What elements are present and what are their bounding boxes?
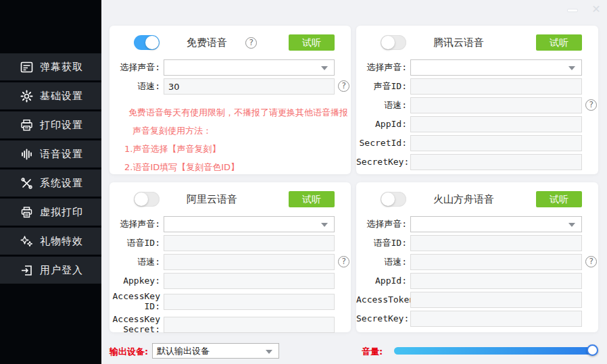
danmaku-list-icon: [20, 60, 33, 74]
volume-slider[interactable]: [394, 347, 593, 355]
field-row-secretkey: SecretKey:: [356, 154, 582, 170]
speed-input[interactable]: [164, 254, 335, 270]
sidebar-item-label: 基础设置: [40, 90, 83, 103]
field-row-voice-select: 选择声音:: [356, 216, 582, 232]
toggle-knob: [145, 36, 159, 49]
panel-title: 火山方舟语音: [433, 193, 494, 206]
sidebar-item-system-settings[interactable]: 系统设置: [0, 170, 101, 197]
sidebar-item-virtual-print[interactable]: 虚拟打印: [0, 199, 101, 226]
preview-button[interactable]: 试听: [536, 191, 582, 207]
field-label: AppId:: [356, 120, 410, 130]
sidebar-item-label: 虚拟打印: [40, 206, 83, 219]
dropdown-arrow-icon: [321, 66, 328, 70]
sidebar-item-label: 弹幕获取: [40, 61, 83, 74]
close-button[interactable]: ✕: [589, 3, 603, 16]
accesskey-id-input[interactable]: [164, 294, 335, 310]
field-label: 选择声音:: [110, 219, 164, 230]
accesskey-secret-input[interactable]: [164, 317, 335, 333]
secretid-input[interactable]: [410, 135, 582, 151]
field-row-accesskey-secret: AccessKey Secret:: [110, 315, 335, 335]
sparkle-icon: [20, 234, 33, 248]
field-label: SecretId:: [356, 138, 410, 149]
panel-title: 免费语音: [187, 36, 227, 49]
help-icon[interactable]: ?: [585, 99, 597, 111]
field-row-voice-id: 声音ID:: [356, 78, 582, 95]
sidebar-item-label: 用户登入: [40, 264, 83, 277]
volcano-voice-toggle[interactable]: [381, 192, 406, 207]
ali-voice-toggle[interactable]: [134, 192, 160, 207]
panel-free-voice: 免费语音 ? 试听 选择声音: 语速: ? 免费语音每天有使用限制，不播报了请更…: [110, 26, 351, 174]
secretkey-input[interactable]: [410, 154, 582, 170]
sidebar-item-danmaku[interactable]: 弹幕获取: [0, 53, 101, 80]
output-device-dropdown[interactable]: 默认输出设备: [152, 343, 279, 359]
hint-line: 免费语音每天有使用限制，不播报了请更换其他语音播报: [128, 103, 335, 122]
field-row-appid: AppId:: [356, 273, 582, 289]
voice-settings-window: { "window": { "close_glyph": "✕" }, "ico…: [0, 0, 607, 364]
appid-input[interactable]: [410, 116, 582, 132]
voice-select-dropdown[interactable]: [164, 59, 335, 76]
field-label: AccessToken:: [356, 295, 410, 305]
sidebar-item-label: 礼物特效: [40, 235, 83, 248]
field-row-speed: 语速: ?: [356, 254, 582, 270]
field-row-voice-select: 选择声音:: [356, 59, 582, 76]
appid-input[interactable]: [410, 273, 582, 289]
dropdown-arrow-icon: [321, 223, 328, 227]
volume-slider-fill: [394, 347, 593, 355]
voice-select-dropdown[interactable]: [410, 59, 582, 76]
sidebar-item-basic-settings[interactable]: 基础设置: [0, 82, 101, 109]
field-row-secretid: SecretId:: [356, 135, 582, 151]
help-icon[interactable]: ?: [245, 37, 257, 49]
voice-id-input[interactable]: [410, 235, 582, 251]
output-device-label: 输出设备:: [110, 346, 148, 358]
speed-input[interactable]: [410, 254, 582, 270]
field-label: AccessKey Secret:: [110, 315, 164, 335]
speed-input[interactable]: [410, 97, 582, 113]
voice-select-dropdown[interactable]: [164, 216, 335, 232]
output-device-value: 默认输出设备: [153, 344, 278, 358]
panel-title: 阿里云语音: [187, 193, 237, 206]
field-label: 选择声音:: [110, 63, 164, 73]
help-icon[interactable]: ?: [338, 80, 349, 92]
field-row-accesskey-id: AccessKey ID:: [110, 292, 335, 312]
preview-button[interactable]: 试听: [289, 34, 335, 51]
voice-id-input[interactable]: [164, 235, 335, 251]
sidebar-item-voice-settings[interactable]: 语音设置: [0, 140, 101, 167]
sidebar-item-gift-effects[interactable]: 礼物特效: [0, 228, 101, 255]
preview-button[interactable]: 试听: [289, 191, 335, 207]
hint-line: 1.声音选择【声音复刻】: [124, 140, 335, 158]
field-row-voice-id: 语音ID:: [110, 235, 335, 251]
preview-button[interactable]: 试听: [536, 34, 582, 51]
field-label: 语速:: [110, 82, 164, 92]
panel-header: 阿里云语音 试听: [134, 190, 335, 208]
sidebar-item-user-login[interactable]: 用户登入: [0, 257, 101, 284]
panel-header: 火山方舟语音 试听: [381, 190, 582, 208]
field-label: 语速:: [356, 101, 410, 111]
field-label: Appkey:: [110, 276, 164, 286]
panel-title: 腾讯云语音: [433, 36, 484, 49]
speed-input[interactable]: [164, 78, 335, 95]
field-label: AppId:: [356, 276, 410, 286]
appkey-input[interactable]: [164, 273, 335, 289]
toggle-knob: [135, 192, 148, 206]
panel-volcano-voice: 火山方舟语音 试听 选择声音: 语音ID: 语速: ? AppId: Acces…: [356, 182, 598, 332]
voice-id-input[interactable]: [410, 78, 582, 95]
sidebar-menu: 弹幕获取 基础设置 打印设置 语音设置 系统设置: [0, 53, 101, 286]
free-voice-toggle[interactable]: [134, 35, 160, 50]
login-icon: [20, 263, 33, 277]
sidebar-item-print-settings[interactable]: 打印设置: [0, 111, 101, 138]
minimize-button[interactable]: [567, 9, 578, 12]
hint-line: 声音复刻使用方法：: [132, 122, 335, 140]
help-icon[interactable]: ?: [338, 256, 349, 267]
field-row-speed: 语速: ?: [110, 78, 335, 95]
help-icon[interactable]: ?: [585, 256, 597, 267]
field-label: 选择声音:: [356, 63, 410, 73]
field-label: 语音ID:: [356, 238, 410, 249]
volume-slider-handle[interactable]: [587, 344, 598, 356]
hint-line: 2.语音ID填写【复刻音色ID】: [124, 158, 335, 176]
panel-header: 免费语音 ? 试听: [134, 34, 335, 51]
field-row-appkey: Appkey:: [110, 273, 335, 289]
secretkey-input[interactable]: [410, 311, 582, 327]
accesstoken-input[interactable]: [410, 292, 582, 308]
voice-select-dropdown[interactable]: [410, 216, 582, 232]
tencent-voice-toggle[interactable]: [381, 35, 406, 50]
